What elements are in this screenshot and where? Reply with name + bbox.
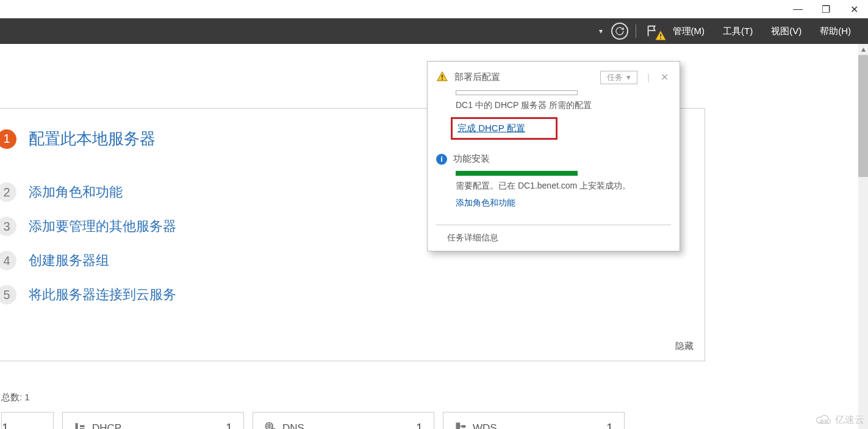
content-area: 1 配置此本地服务器 2 添加角色和功能 3 添加要管理的其他服务器 4 创建服… — [0, 44, 868, 429]
svg-rect-2 — [76, 423, 78, 429]
tile-count: 1 — [606, 421, 613, 429]
menu-manage[interactable]: 管理(M) — [665, 23, 712, 40]
chevron-down-icon: ▾ — [626, 73, 631, 82]
step-1-label[interactable]: 配置此本地服务器 — [29, 128, 156, 150]
warning-icon — [655, 29, 667, 43]
step-badge-4: 4 — [0, 251, 16, 270]
scrollbar[interactable]: ▴ — [858, 44, 868, 429]
divider: | — [647, 73, 650, 82]
tile-count: 1 — [226, 421, 232, 429]
highlight-box: 完成 DHCP 配置 — [451, 117, 558, 140]
svg-point-11 — [820, 420, 823, 422]
notify-section-1: 部署后配置 任务▾ | ✕ DC1 中的 DHCP 服务器 所需的配置 完成 D… — [428, 62, 680, 150]
svg-rect-1 — [660, 38, 661, 39]
chevron-down-icon[interactable]: ▾ — [599, 27, 603, 35]
step-badge-2: 2 — [0, 182, 16, 202]
step-badge-5: 5 — [0, 285, 16, 305]
notify-message: 需要配置。已在 DC1.benet.com 上安装成功。 — [456, 181, 669, 192]
step-badge-1: 1 — [0, 129, 16, 149]
dns-icon — [264, 421, 276, 429]
tile-count: 1 — [2, 421, 9, 429]
menu-tools[interactable]: 工具(T) — [716, 23, 760, 40]
tile-first[interactable]: 1 — [1, 412, 54, 429]
watermark: 亿速云 — [816, 414, 864, 427]
svg-point-12 — [825, 420, 827, 422]
info-icon: i — [436, 154, 447, 165]
tile-title: WDS — [473, 422, 600, 430]
maximize-button[interactable]: ❐ — [812, 0, 840, 18]
title-bar: — ❐ ✕ — [0, 0, 868, 18]
complete-dhcp-link[interactable]: 完成 DHCP 配置 — [457, 123, 525, 134]
svg-rect-8 — [462, 425, 466, 428]
wds-icon — [454, 421, 467, 429]
minimize-button[interactable]: — — [784, 0, 812, 18]
notifications-panel: 部署后配置 任务▾ | ✕ DC1 中的 DHCP 服务器 所需的配置 完成 D… — [427, 61, 680, 251]
menu-bar: ▾ 管理(M) 工具(T) 视图(V) 帮助(H) — [0, 18, 868, 44]
step-3-label[interactable]: 添加要管理的其他服务器 — [29, 217, 176, 236]
task-details-link[interactable]: 任务详细信息 — [428, 225, 680, 251]
add-roles-link[interactable]: 添加角色和功能 — [456, 198, 515, 209]
refresh-icon — [611, 23, 628, 40]
dhcp-icon — [74, 421, 86, 429]
menu-divider — [636, 24, 636, 38]
tile-count: 1 — [416, 421, 423, 429]
notify-title: 功能安装 — [453, 153, 669, 165]
progress-bar-complete — [456, 171, 578, 176]
tile-title: DNS — [282, 422, 410, 430]
svg-rect-3 — [80, 425, 85, 427]
step-4-label[interactable]: 创建服务器组 — [29, 251, 109, 270]
close-icon[interactable]: ✕ — [661, 71, 669, 83]
close-button[interactable]: ✕ — [840, 0, 868, 18]
tile-dhcp[interactable]: DHCP 1 可管理性 — [62, 412, 244, 429]
warning-icon — [436, 70, 448, 84]
total-label: 总数: 1 — [0, 392, 708, 403]
scroll-thumb[interactable] — [858, 55, 868, 177]
step-badge-3: 3 — [0, 217, 16, 236]
refresh-button[interactable] — [610, 21, 629, 41]
notify-message: DC1 中的 DHCP 服务器 所需的配置 — [456, 100, 669, 111]
svg-rect-9 — [442, 75, 443, 78]
tile-title: DHCP — [92, 422, 220, 430]
notify-title: 部署后配置 — [454, 71, 594, 83]
menu-view[interactable]: 视图(V) — [764, 23, 809, 40]
svg-rect-10 — [442, 79, 443, 80]
step-5-label[interactable]: 将此服务器连接到云服务 — [29, 286, 176, 304]
svg-rect-0 — [660, 34, 661, 37]
tile-wds[interactable]: WDS 1 可管理性 — [443, 412, 625, 429]
step-5[interactable]: 5 将此服务器连接到云服务 — [0, 278, 705, 312]
notify-section-2: i 功能安装 需要配置。已在 DC1.benet.com 上安装成功。 添加角色… — [428, 150, 680, 218]
progress-bar-empty — [456, 90, 578, 95]
tasks-dropdown[interactable]: 任务▾ — [600, 71, 637, 84]
step-2-label[interactable]: 添加角色和功能 — [29, 183, 123, 201]
menu-help[interactable]: 帮助(H) — [812, 23, 858, 40]
roles-section: 总数: 1 1 DHCP 1 可管理性 DNS 1 可管理性 — [0, 392, 708, 429]
tile-dns[interactable]: DNS 1 可管理性 — [253, 412, 434, 429]
notifications-button[interactable] — [642, 21, 662, 41]
hide-link[interactable]: 隐藏 — [675, 341, 694, 352]
svg-rect-7 — [456, 423, 461, 430]
